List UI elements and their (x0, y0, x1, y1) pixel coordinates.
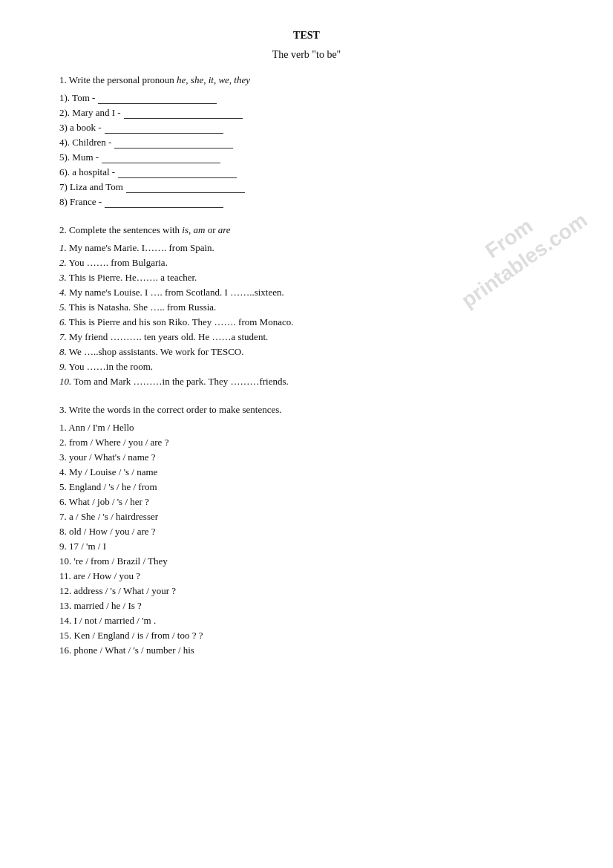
page-title: TEST (45, 30, 568, 42)
list-item: 14. I / not / married / 'm . (59, 615, 568, 627)
list-item: 10. 're / from / Brazil / They (59, 555, 568, 567)
list-item: 8. We …..shop assistants. We work for TE… (59, 346, 568, 358)
list-item: 3. This is Pierre. He……. a teacher. (59, 272, 568, 284)
list-item: 15. Ken / England / is / from / too ? ? (59, 630, 568, 642)
exercise2-instruction: 2. Complete the sentences with is, am or… (59, 224, 568, 236)
list-item: 6. This is Pierre and his son Riko. They… (59, 316, 568, 328)
exercise-3: 3. Write the words in the correct order … (45, 404, 568, 656)
list-item: 13. married / he / Is ? (59, 600, 568, 612)
list-item: 8. old / How / you / are ? (59, 526, 568, 538)
list-item: 7) Liza and Tom (59, 181, 568, 193)
exercise1-label: 1. Write the personal pronoun (59, 74, 174, 85)
exercise-1: 1. Write the personal pronoun he, she, i… (45, 74, 568, 208)
list-item: 7. My friend ………. ten years old. He ……a … (59, 331, 568, 343)
word-order-list: 1. Ann / I'm / Hello2. from / Where / yo… (59, 422, 568, 656)
list-item: 4. My / Louise / 's / name (59, 466, 568, 478)
list-item: 9. 17 / 'm / I (59, 541, 568, 552)
list-item: 16. phone / What / 's / number / his (59, 645, 568, 656)
list-item: 11. are / How / you ? (59, 570, 568, 582)
list-item: 5). Mum - (59, 151, 568, 163)
list-item: 5. This is Natasha. She ….. from Russia. (59, 301, 568, 313)
list-item: 8) France - (59, 196, 568, 208)
list-item: 10. Tom and Mark ………in the park. They ……… (59, 376, 568, 388)
list-item: 12. address / 's / What / your ? (59, 585, 568, 597)
list-item: 2. You ……. from Bulgaria. (59, 257, 568, 269)
list-item: 4). Children - (59, 137, 568, 149)
exercise2-label: 2. Complete the sentences with (59, 224, 180, 235)
list-item: 9. You ……in the room. (59, 361, 568, 373)
list-item: 3) a book - (59, 122, 568, 134)
list-item: 2. from / Where / you / are ? (59, 437, 568, 448)
list-item: 1. My name's Marie. I……. from Spain. (59, 242, 568, 254)
list-item: 3. your / What's / name ? (59, 451, 568, 463)
list-item: 6. What / job / 's / her ? (59, 496, 568, 508)
exercise-2: 2. Complete the sentences with is, am or… (45, 224, 568, 388)
list-item: 5. England / 's / he / from (59, 481, 568, 493)
exercise1-instruction: 1. Write the personal pronoun he, she, i… (59, 74, 568, 86)
list-item: 4. My name's Louise. I …. from Scotland.… (59, 287, 568, 298)
pronoun-list: 1). Tom - 2). Mary and I - 3) a book - 4… (59, 92, 568, 208)
exercise3-instruction: 3. Write the words in the correct order … (59, 404, 568, 416)
section-subtitle: The verb "to be" (45, 49, 568, 61)
exercise2-italic: is, am (182, 224, 205, 235)
sentences-list: 1. My name's Marie. I……. from Spain.2. Y… (59, 242, 568, 388)
list-item: 1. Ann / I'm / Hello (59, 422, 568, 434)
list-item: 6). a hospital - (59, 166, 568, 178)
exercise2-italic2: are (218, 224, 231, 235)
list-item: 1). Tom - (59, 92, 568, 104)
list-item: 7. a / She / 's / hairdresser (59, 511, 568, 523)
exercise1-italic: he, she, it, we, they (177, 74, 250, 85)
list-item: 2). Mary and I - (59, 107, 568, 119)
